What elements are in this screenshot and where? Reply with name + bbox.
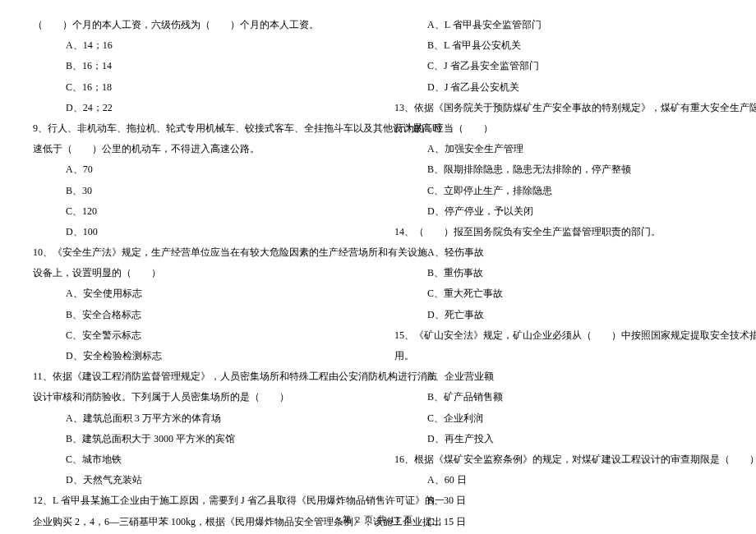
question-line: 速低于（ ）公里的机动车，不得进入高速公路。 — [33, 139, 362, 159]
option-line: D、安全检验检测标志 — [33, 346, 362, 366]
option-line: D、死亡事故 — [394, 305, 723, 325]
option-line: C、J 省乙县安全监管部门 — [394, 56, 723, 76]
question-line: 9、行人、非机动车、拖拉机、轮式专用机械车、铰接式客车、全挂拖斗车以及其他设计最… — [33, 118, 362, 139]
question-line: （ ）个月的本人工资，六级伤残为（ ）个月的本人工资。 — [33, 15, 362, 35]
option-line: B、矿产品销售额 — [394, 387, 723, 407]
option-line: C、重大死亡事故 — [394, 283, 723, 304]
option-line: D、24；22 — [33, 98, 362, 118]
left-column: （ ）个月的本人工资，六级伤残为（ ）个月的本人工资。A、14；16B、16；1… — [33, 15, 378, 534]
page-container: （ ）个月的本人工资，六级伤残为（ ）个月的本人工资。A、14；16B、16；1… — [0, 0, 756, 534]
option-line: A、70 — [33, 159, 362, 180]
option-line: D、100 — [33, 222, 362, 242]
option-line: D、天然气充装站 — [33, 470, 362, 490]
option-line: A、L 省甲县安全监管部门 — [394, 15, 723, 35]
option-line: B、L 省甲县公安机关 — [394, 35, 723, 56]
option-line: B、30 — [33, 181, 362, 201]
option-line: B、安全合格标志 — [33, 305, 362, 325]
option-line: A、建筑总面积 3 万平方米的体育场 — [33, 408, 362, 429]
question-line: 设备上，设置明显的（ ） — [33, 263, 362, 283]
option-line: A、60 日 — [394, 470, 723, 490]
option-line: C、立即停止生产，排除隐患 — [394, 181, 723, 201]
option-line: D、再生产投入 — [394, 429, 723, 449]
option-line: B、重伤事故 — [394, 263, 723, 283]
option-line: C、安全警示标志 — [33, 325, 362, 346]
page-footer: 第 2 页 共 13 页 — [0, 510, 756, 529]
option-line: A、加强安全生产管理 — [394, 139, 723, 159]
question-line: 行为的，应当（ ） — [394, 118, 723, 139]
option-line: D、J 省乙县公安机关 — [394, 77, 723, 98]
question-line: 10、《安全生产法》规定，生产经营单位应当在有较大危险因素的生产经营场所和有关设… — [33, 242, 362, 263]
option-line: D、停产停业，予以关闭 — [394, 201, 723, 222]
right-column: A、L 省甲县安全监管部门B、L 省甲县公安机关C、J 省乙县安全监管部门D、J… — [378, 15, 723, 534]
option-line: C、企业利润 — [394, 408, 723, 429]
option-line: A、安全使用标志 — [33, 283, 362, 304]
question-line: 设计审核和消防验收。下列属于人员密集场所的是（ ） — [33, 387, 362, 407]
question-line: 11、依据《建设工程消防监督管理规定》，人员密集场所和特殊工程由公安消防机构进行… — [33, 366, 362, 387]
option-line: B、16；14 — [33, 56, 362, 76]
question-line: 15、《矿山安全法》规定，矿山企业必须从（ ）中按照国家规定提取安全技术措施专项… — [394, 325, 723, 346]
option-line: B、30 日 — [394, 490, 723, 511]
option-line: C、16；18 — [33, 77, 362, 98]
option-line: B、建筑总面积大于 3000 平方米的宾馆 — [33, 429, 362, 449]
question-line: 14、（ ）报至国务院负有安全生产监督管理职责的部门。 — [394, 222, 723, 242]
question-line: 16、根据《煤矿安全监察条例》的规定，对煤矿建设工程设计的审查期限是（ ）天？ — [394, 449, 723, 470]
option-line: A、企业营业额 — [394, 366, 723, 387]
option-line: A、14；16 — [33, 35, 362, 56]
question-line: 13、依据《国务院关于预防煤矿生产安全事故的特别规定》，煤矿有重大安全生产隐患和… — [394, 98, 723, 118]
option-line: C、120 — [33, 201, 362, 222]
option-line: A、轻伤事故 — [394, 242, 723, 263]
question-line: 用。 — [394, 346, 723, 366]
question-line: 12、L 省甲县某施工企业由于施工原因，需要到 J 省乙县取得《民用爆炸物品销售… — [33, 490, 362, 511]
option-line: C、城市地铁 — [33, 449, 362, 470]
option-line: B、限期排除隐患，隐患无法排除的，停产整顿 — [394, 159, 723, 180]
